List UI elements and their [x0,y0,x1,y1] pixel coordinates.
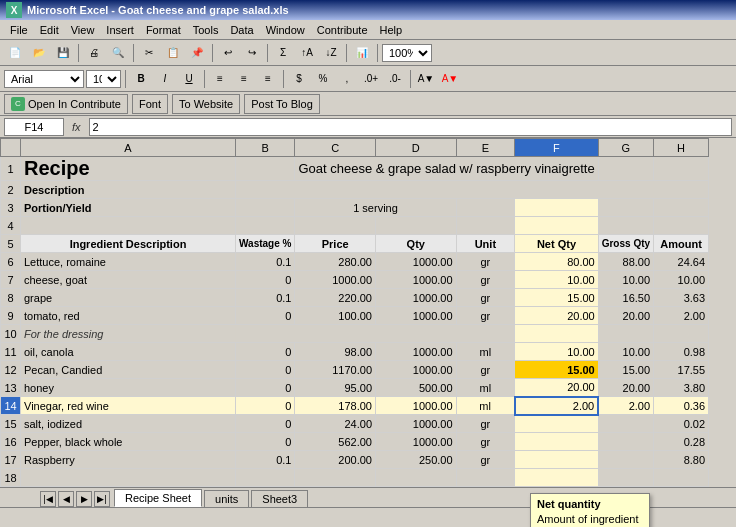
cell-netqty[interactable] [515,433,599,451]
cell-amount[interactable]: 0.02 [654,415,709,433]
cell-grossqty[interactable]: 10.00 [598,271,653,289]
cell-wastage[interactable]: 0.1 [236,451,295,469]
col-ingredient-header[interactable]: Ingredient Description [21,235,236,253]
chart-btn[interactable]: 📊 [351,42,373,64]
cell-qty[interactable]: 1000.00 [376,271,457,289]
cell-grossqty[interactable] [598,415,653,433]
font-family-select[interactable]: Arial [4,70,84,88]
cell-price[interactable]: 95.00 [295,379,376,397]
col-qty-header[interactable]: Qty [376,235,457,253]
cell-wastage[interactable]: 0 [236,271,295,289]
cell-price[interactable]: 1170.00 [295,361,376,379]
cell-ingredient[interactable]: tomato, red [21,307,236,325]
cut-btn[interactable]: ✂ [138,42,160,64]
cell-F4[interactable] [515,217,599,235]
cell-price[interactable]: 98.00 [295,343,376,361]
menu-edit[interactable]: Edit [34,22,65,38]
cell-ingredient[interactable]: salt, iodized [21,415,236,433]
percent-btn[interactable]: % [312,68,334,90]
tab-sheet3[interactable]: Sheet3 [251,490,308,507]
cell-grossqty[interactable]: 16.50 [598,289,653,307]
cell-G1[interactable] [598,157,653,181]
tab-next-btn[interactable]: ▶ [76,491,92,507]
cell-ingredient[interactable]: Raspberry [21,451,236,469]
cell-qty[interactable]: 250.00 [376,451,457,469]
cell-D4[interactable] [376,217,457,235]
print-btn[interactable]: 🖨 [83,42,105,64]
cell-amount[interactable]: 10.00 [654,271,709,289]
cell-G18[interactable] [598,469,653,487]
sort-desc-btn[interactable]: ↓Z [320,42,342,64]
cell-price[interactable]: 1000.00 [295,271,376,289]
fill-color-btn[interactable]: A▼ [415,68,437,90]
paste-btn[interactable]: 📌 [186,42,208,64]
post-to-blog-btn[interactable]: Post To Blog [244,94,320,114]
cell-wastage[interactable]: 0 [236,361,295,379]
cell-H3[interactable] [654,199,709,217]
cell-H4[interactable] [654,217,709,235]
cell-B18[interactable] [236,469,295,487]
cell-price[interactable]: 178.00 [295,397,376,415]
cell-E3[interactable] [456,199,515,217]
open-btn[interactable]: 📂 [28,42,50,64]
tab-last-btn[interactable]: ▶| [94,491,110,507]
underline-btn[interactable]: U [178,68,200,90]
menu-view[interactable]: View [65,22,101,38]
cell-E4[interactable] [456,217,515,235]
cell-unit[interactable]: gr [456,253,515,271]
cell-netqty[interactable]: 20.00 [515,379,599,397]
cell-unit[interactable]: gr [456,415,515,433]
decrease-dec-btn[interactable]: .0- [384,68,406,90]
menu-window[interactable]: Window [260,22,311,38]
cell-amount[interactable]: 8.80 [654,451,709,469]
cell-unit[interactable]: ml [456,397,515,415]
cell-qty[interactable]: 1000.00 [376,253,457,271]
comma-btn[interactable]: , [336,68,358,90]
increase-dec-btn[interactable]: .0+ [360,68,382,90]
italic-btn[interactable]: I [154,68,176,90]
col-header-H[interactable]: H [654,139,709,157]
cell-reference-input[interactable] [4,118,64,136]
cell-unit[interactable]: gr [456,307,515,325]
cell-E18[interactable] [456,469,515,487]
col-grossqty-header[interactable]: Gross Qty [598,235,653,253]
cell-B3[interactable] [236,199,295,217]
cell-B1[interactable] [236,157,295,181]
cell-wastage[interactable]: 0 [236,307,295,325]
menu-data[interactable]: Data [224,22,259,38]
open-in-contribute-btn[interactable]: C Open In Contribute [4,94,128,114]
cell-ingredient[interactable]: grape [21,289,236,307]
cell-ingredient[interactable]: Pecan, Candied [21,361,236,379]
cell-B2[interactable] [236,181,709,199]
cell-grossqty[interactable]: 20.00 [598,379,653,397]
cell-C4[interactable] [295,217,376,235]
col-header-E[interactable]: E [456,139,515,157]
cell-ingredient[interactable]: Pepper, black whole [21,433,236,451]
cell-F10[interactable] [515,325,599,343]
cell-netqty[interactable]: 10.00 [515,343,599,361]
cell-unit[interactable]: gr [456,451,515,469]
col-header-G[interactable]: G [598,139,653,157]
active-cell-F14[interactable]: 2.00 [515,397,599,415]
col-header-A[interactable]: A [21,139,236,157]
cell-C3[interactable]: 1 serving [295,199,456,217]
cell-unit[interactable]: ml [456,343,515,361]
cell-grossqty[interactable] [598,451,653,469]
cell-D18[interactable] [376,469,457,487]
col-header-B[interactable]: B [236,139,295,157]
cell-amount[interactable]: 3.63 [654,289,709,307]
tab-first-btn[interactable]: |◀ [40,491,56,507]
cell-ingredient[interactable]: oil, canola [21,343,236,361]
cell-amount[interactable]: 2.00 [654,307,709,325]
col-header-C[interactable]: C [295,139,376,157]
cell-H1[interactable] [654,157,709,181]
align-center-btn[interactable]: ≡ [233,68,255,90]
cell-qty[interactable]: 1000.00 [376,307,457,325]
menu-tools[interactable]: Tools [187,22,225,38]
tab-prev-btn[interactable]: ◀ [58,491,74,507]
cell-wastage[interactable]: 0.1 [236,253,295,271]
to-website-btn[interactable]: To Website [172,94,240,114]
menu-format[interactable]: Format [140,22,187,38]
preview-btn[interactable]: 🔍 [107,42,129,64]
cell-H10[interactable] [654,325,709,343]
